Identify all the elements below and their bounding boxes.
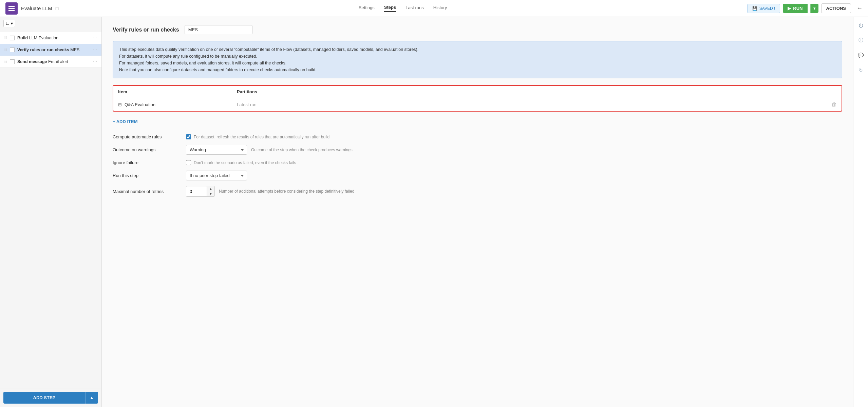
compute-rules-label: Compute automatic rules: [113, 134, 181, 139]
number-spinners: ▲ ▼: [207, 186, 214, 196]
item-checkbox[interactable]: [10, 59, 15, 64]
app-title: Evaluate LLM: [21, 5, 52, 11]
main-content: Verify rules or run checks This step exe…: [102, 17, 853, 407]
info-icon[interactable]: ⓘ: [856, 35, 866, 45]
outcome-warnings-control: Warning Success Error Outcome of the ste…: [186, 145, 353, 155]
sidebar-item-send[interactable]: Send message Email alert ···: [0, 56, 101, 68]
delete-item-button[interactable]: 🗑: [831, 101, 837, 108]
run-step-control: If no prior step failed Always Never: [186, 171, 247, 180]
ignore-failure-hint: Don't mark the scenario as failed, even …: [194, 160, 296, 165]
add-step-wrapper: ADD STEP ▲: [3, 392, 98, 404]
form-row-retries: Maximal number of retries ▲ ▼ Number of …: [113, 186, 842, 197]
grid-icon: ☐: [6, 21, 10, 26]
compute-rules-control: For dataset, refresh the results of rule…: [186, 134, 329, 139]
add-step-button[interactable]: ADD STEP: [3, 392, 85, 404]
menu-icon[interactable]: [5, 2, 18, 15]
table-header: Item Partitions: [113, 86, 842, 98]
app-header: Evaluate LLM □ Settings Steps Last runs …: [0, 0, 868, 17]
step-title: Verify rules or run checks: [113, 27, 179, 33]
sidebar-item-build[interactable]: Build LLM Evaluation ···: [0, 32, 101, 44]
number-input-wrapper: ▲ ▼: [186, 186, 215, 197]
max-retries-label: Maximal number of retries: [113, 189, 181, 194]
item-name: Q&A Evaluation: [125, 102, 155, 107]
main-layout: ☐ ▾ Build LLM Evaluation ··· Verify rule…: [0, 17, 868, 407]
copy-icon[interactable]: □: [56, 6, 58, 11]
sidebar-item-label: Verify rules or run checks MES: [17, 47, 90, 52]
sync-icon[interactable]: ↻: [856, 65, 866, 75]
saved-button[interactable]: 💾 SAVED !: [747, 4, 780, 13]
form-row-outcome: Outcome on warnings Warning Success Erro…: [113, 145, 842, 155]
sidebar-toolbar: ☐ ▾: [0, 17, 101, 30]
step-name-input[interactable]: [185, 25, 252, 34]
item-checkbox[interactable]: [10, 36, 15, 40]
more-options-icon[interactable]: ···: [93, 47, 97, 53]
sidebar: ☐ ▾ Build LLM Evaluation ··· Verify rule…: [0, 17, 102, 407]
spinner-up-button[interactable]: ▲: [207, 186, 214, 191]
add-item-button[interactable]: + ADD ITEM: [113, 117, 138, 126]
form-row-run-step: Run this step If no prior step failed Al…: [113, 171, 842, 180]
dataset-icon: ⊞: [118, 102, 122, 107]
max-retries-hint: Number of additional attempts before con…: [219, 189, 355, 194]
add-step-dropdown-button[interactable]: ▲: [85, 392, 98, 404]
sidebar-items: Build LLM Evaluation ··· Verify rules or…: [0, 30, 101, 388]
partition-cell: Latest run: [237, 102, 831, 107]
actions-button[interactable]: ACTIONS: [821, 3, 851, 13]
item-checkbox[interactable]: [10, 47, 15, 52]
info-box: This step executes data quality verifica…: [113, 41, 842, 78]
form-row-compute: Compute automatic rules For dataset, ref…: [113, 134, 842, 139]
run-step-label: Run this step: [113, 173, 181, 178]
items-table: Item Partitions ⊞ Q&A Evaluation Latest …: [113, 85, 842, 112]
col-partitions-header: Partitions: [237, 89, 837, 94]
spinner-down-button[interactable]: ▼: [207, 191, 214, 196]
power-icon[interactable]: ⏻: [856, 20, 866, 31]
run-label: RUN: [793, 6, 803, 11]
nav-settings[interactable]: Settings: [359, 5, 375, 12]
outcome-warnings-select[interactable]: Warning Success Error: [186, 145, 247, 155]
drag-handle: [4, 47, 7, 52]
chat-icon[interactable]: 💬: [856, 50, 866, 60]
max-retries-input[interactable]: [186, 187, 207, 196]
nav-last-runs[interactable]: Last runs: [405, 5, 423, 12]
run-button[interactable]: ▶ RUN: [783, 4, 807, 13]
compute-rules-checkbox[interactable]: [186, 134, 191, 139]
back-button[interactable]: ←: [856, 5, 863, 12]
drag-handle: [4, 59, 7, 64]
saved-label: SAVED !: [759, 6, 775, 11]
more-options-icon[interactable]: ···: [93, 59, 97, 65]
save-icon: 💾: [752, 6, 757, 11]
form-section: Compute automatic rules For dataset, ref…: [113, 134, 842, 197]
chevron-down-icon: ▾: [11, 21, 13, 26]
col-item-header: Item: [118, 89, 237, 94]
outcome-warnings-hint: Outcome of the step when the check produ…: [251, 148, 353, 152]
max-retries-control: ▲ ▼ Number of additional attempts before…: [186, 186, 354, 197]
top-nav: Settings Steps Last runs History: [58, 5, 747, 12]
run-dropdown-button[interactable]: ▾: [810, 4, 818, 13]
sidebar-item-verify[interactable]: Verify rules or run checks MES ···: [0, 44, 101, 56]
content-header: Verify rules or run checks: [113, 25, 842, 34]
outcome-warnings-label: Outcome on warnings: [113, 147, 181, 152]
sidebar-footer: ADD STEP ▲: [0, 388, 101, 407]
right-sidebar: ⏻ ⓘ 💬 ↻: [853, 17, 868, 407]
more-options-icon[interactable]: ···: [93, 35, 97, 41]
compute-rules-hint: For dataset, refresh the results of rule…: [194, 135, 329, 139]
header-actions: 💾 SAVED ! ▶ RUN ▾ ACTIONS ←: [747, 3, 863, 13]
ignore-failure-label: Ignore failure: [113, 160, 181, 165]
item-cell: ⊞ Q&A Evaluation: [118, 102, 237, 107]
header-left: Evaluate LLM □: [5, 2, 58, 15]
form-row-ignore: Ignore failure Don't mark the scenario a…: [113, 160, 842, 165]
ignore-failure-checkbox[interactable]: [186, 160, 191, 165]
drag-handle: [4, 36, 7, 40]
nav-history[interactable]: History: [433, 5, 447, 12]
ignore-failure-control: Don't mark the scenario as failed, even …: [186, 160, 296, 165]
sidebar-item-label: Build LLM Evaluation: [17, 36, 90, 40]
nav-steps[interactable]: Steps: [384, 5, 396, 12]
sidebar-item-label: Send message Email alert: [17, 59, 90, 64]
table-row: ⊞ Q&A Evaluation Latest run 🗑: [113, 98, 842, 111]
run-play-icon: ▶: [788, 6, 791, 11]
run-step-select[interactable]: If no prior step failed Always Never: [186, 171, 247, 180]
view-toggle[interactable]: ☐ ▾: [3, 20, 15, 27]
